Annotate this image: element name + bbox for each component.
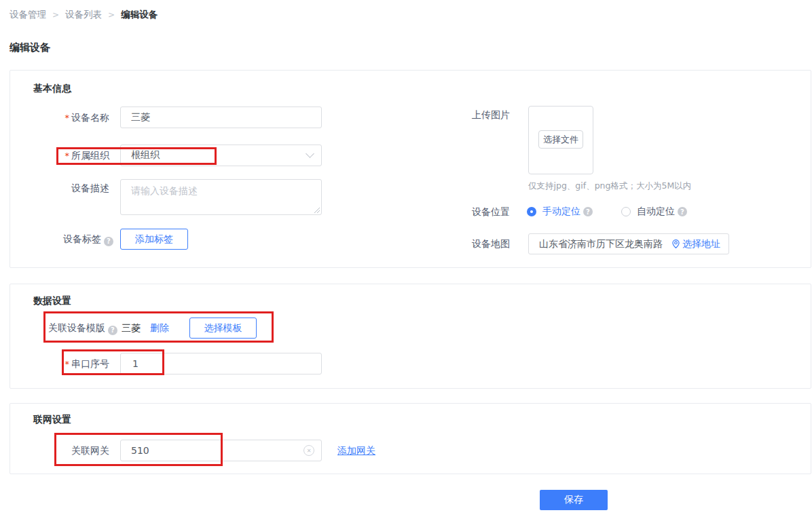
manual-location-option[interactable]: 手动定位 <box>542 206 580 218</box>
resize-grip-icon[interactable] <box>313 206 320 213</box>
location-pin-icon <box>672 239 680 248</box>
network-settings-panel: 联网设置 关联网关 510 ✕ 添加网关 <box>10 403 811 474</box>
gateway-input[interactable]: 510 ✕ <box>120 440 322 461</box>
breadcrumb-item-edit-device: 编辑设备 <box>121 9 158 21</box>
data-settings-title: 数据设置 <box>33 295 71 307</box>
device-map-value: 山东省济南市历下区龙奥南路 <box>539 238 663 250</box>
radio-selected-icon[interactable] <box>527 207 536 216</box>
upload-hint: 仅支持jpg、gif、png格式；大小为5M以内 <box>528 180 691 192</box>
organization-value: 根组织 <box>131 149 160 161</box>
description-label: 设备描述 <box>10 181 109 195</box>
device-template-label: 关联设备模版? <box>10 318 117 339</box>
organization-select[interactable]: 根组织 <box>120 145 322 166</box>
chevron-down-icon <box>306 149 314 158</box>
breadcrumb-item-device-list[interactable]: 设备列表 <box>65 9 102 21</box>
basic-info-panel: 基本信息 *设备名称 三菱 *所属组织 根组织 设备描述 请输入设备描述 设备标… <box>10 70 811 268</box>
network-settings-title: 联网设置 <box>33 414 71 426</box>
serial-port-label: *串口序号 <box>10 353 109 375</box>
help-icon[interactable]: ? <box>678 207 687 216</box>
help-icon[interactable]: ? <box>583 207 593 216</box>
gateway-value: 510 <box>131 445 149 456</box>
radio-unselected-icon[interactable] <box>621 207 631 216</box>
tags-label: 设备标签? <box>10 229 113 249</box>
help-icon[interactable]: ? <box>104 237 113 246</box>
description-textarea[interactable]: 请输入设备描述 <box>120 179 322 215</box>
device-name-input[interactable]: 三菱 <box>120 107 322 128</box>
breadcrumb-item-device-management[interactable]: 设备管理 <box>10 9 46 21</box>
serial-port-input[interactable]: 1 <box>120 353 322 374</box>
device-template-value: 三菱 <box>122 318 141 339</box>
choose-template-button[interactable]: 选择模板 <box>189 318 257 339</box>
add-gateway-link[interactable]: 添加网关 <box>337 440 375 461</box>
delete-template-link[interactable]: 删除 <box>150 318 169 339</box>
breadcrumb-separator-icon: > <box>108 10 115 20</box>
device-name-value: 三菱 <box>131 111 150 123</box>
serial-port-value: 1 <box>132 358 139 369</box>
clear-input-icon[interactable]: ✕ <box>303 445 314 456</box>
organization-label: *所属组织 <box>10 145 109 167</box>
breadcrumb-separator-icon: > <box>52 10 59 20</box>
location-radio-group: 手动定位 ? 自动定位 ? <box>527 201 687 222</box>
page: 设备管理 > 设备列表 > 编辑设备 编辑设备 基本信息 *设备名称 三菱 *所… <box>0 0 812 519</box>
choose-file-button[interactable]: 选择文件 <box>538 130 583 149</box>
auto-location-option[interactable]: 自动定位 <box>637 206 675 218</box>
help-icon[interactable]: ? <box>108 326 117 335</box>
gateway-label: 关联网关 <box>10 440 109 461</box>
device-location-label: 设备位置 <box>411 201 510 222</box>
page-title: 编辑设备 <box>10 41 50 54</box>
choose-address-link[interactable]: 选择地址 <box>672 238 720 250</box>
basic-info-title: 基本信息 <box>33 83 71 95</box>
device-name-label: *设备名称 <box>10 107 109 129</box>
device-map-label: 设备地图 <box>411 233 510 254</box>
description-placeholder: 请输入设备描述 <box>131 185 198 197</box>
upload-dropzone[interactable]: 选择文件 <box>528 106 593 174</box>
upload-image-label: 上传图片 <box>411 108 510 121</box>
device-map-input[interactable]: 山东省济南市历下区龙奥南路 选择地址 <box>528 233 729 254</box>
data-settings-panel: 数据设置 关联设备模版? 三菱 删除 选择模板 *串口序号 1 <box>10 284 811 389</box>
add-tag-button[interactable]: 添加标签 <box>120 229 188 250</box>
required-mark: * <box>65 151 70 161</box>
breadcrumb: 设备管理 > 设备列表 > 编辑设备 <box>10 9 158 21</box>
required-mark: * <box>65 113 70 123</box>
required-mark: * <box>65 359 70 369</box>
save-button[interactable]: 保存 <box>540 490 608 510</box>
